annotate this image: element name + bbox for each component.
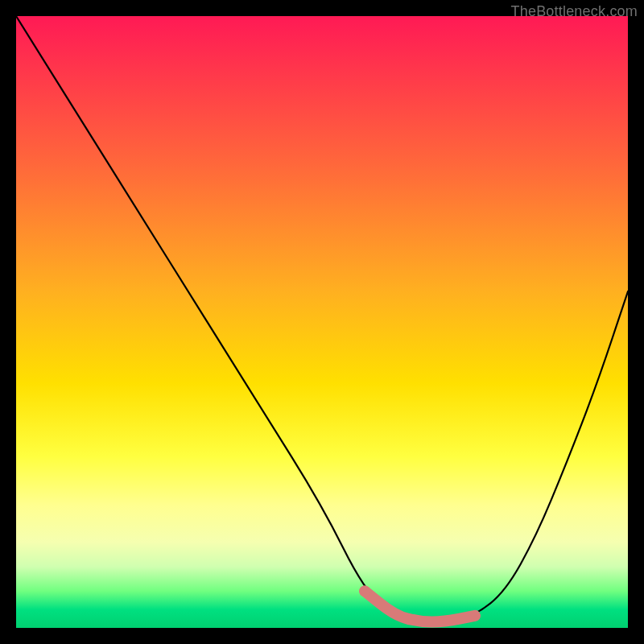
curve-layer (16, 16, 628, 628)
highlight-dot (359, 585, 370, 597)
plot-area (16, 16, 628, 628)
bottleneck-curve-path (16, 16, 628, 621)
highlight-band-path (365, 591, 475, 621)
attribution-text: TheBottleneck.com (511, 3, 638, 20)
chart-frame: TheBottleneck.com (0, 0, 644, 644)
